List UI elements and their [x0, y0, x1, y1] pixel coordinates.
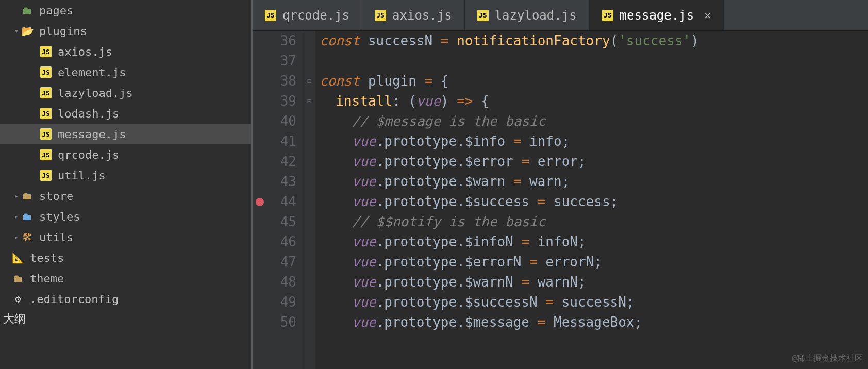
- tree-item-element-js[interactable]: JSelement.js: [0, 62, 252, 82]
- folder-icon: 🖿: [13, 272, 23, 284]
- watermark: @稀土掘金技术社区: [792, 353, 863, 364]
- tree-item-message-js[interactable]: JSmessage.js: [0, 124, 252, 144]
- tab-lazyload-js[interactable]: JSlazyload.js: [465, 0, 590, 30]
- folder-icon: 📐: [12, 251, 25, 264]
- tree-item-label: pages: [39, 4, 73, 17]
- editor-tabs: JSqrcode.jsJSaxios.jsJSlazyload.jsJSmess…: [253, 0, 868, 31]
- tree-item-label: .editorconfig: [30, 293, 119, 306]
- tree-item-label: plugins: [39, 25, 87, 38]
- code-editor[interactable]: 363738394041424344454647484950 ⊟⊟ const …: [253, 31, 868, 369]
- js-file-icon: JS: [40, 46, 52, 57]
- tab-label: axios.js: [392, 8, 452, 23]
- tree-item-tests[interactable]: 📐tests: [0, 247, 252, 268]
- js-file-icon: JS: [40, 128, 52, 140]
- folder-open-icon: 📂: [21, 25, 34, 37]
- tree-item-label: utils: [39, 231, 73, 244]
- chevron-right-icon[interactable]: ▸: [12, 233, 21, 241]
- tree-item-theme[interactable]: 🖿theme: [0, 268, 252, 289]
- folder-icon: 🛠: [22, 231, 32, 243]
- js-file-icon: JS: [40, 66, 52, 78]
- tab-message-js[interactable]: JSmessage.js×: [590, 0, 724, 30]
- tree-item-styles[interactable]: ▸🖿styles: [0, 206, 252, 227]
- config-icon: ⚙: [15, 293, 21, 305]
- tree-item-util-js[interactable]: JSutil.js: [0, 165, 252, 186]
- tab-label: lazyload.js: [495, 8, 577, 23]
- js-file-icon: JS: [40, 87, 52, 98]
- tree-item-lodash-js[interactable]: JSlodash.js: [0, 103, 252, 124]
- line-gutter[interactable]: 363738394041424344454647484950: [267, 31, 303, 369]
- tree-item-axios-js[interactable]: JSaxios.js: [0, 41, 252, 62]
- file-explorer: 🖿pages▾📂pluginsJSaxios.jsJSelement.jsJSl…: [0, 0, 253, 369]
- tree-item-qrcode-js[interactable]: JSqrcode.js: [0, 144, 252, 165]
- outline-label[interactable]: 大纲: [0, 309, 252, 329]
- js-file-icon: JS: [477, 10, 489, 21]
- editor-area: JSqrcode.jsJSaxios.jsJSlazyload.jsJSmess…: [253, 0, 868, 369]
- close-icon[interactable]: ×: [704, 9, 711, 22]
- js-file-icon: JS: [40, 108, 52, 119]
- tab-qrcode-js[interactable]: JSqrcode.js: [253, 0, 362, 30]
- folder-icon: 🖿: [22, 190, 32, 202]
- breakpoint-icon[interactable]: [256, 198, 264, 206]
- js-file-icon: JS: [265, 10, 276, 21]
- chevron-right-icon[interactable]: ▸: [12, 192, 21, 200]
- js-file-icon: JS: [40, 170, 52, 181]
- folder-icon: 🖿: [22, 4, 32, 16]
- tab-label: qrcode.js: [282, 8, 349, 23]
- pane-splitter[interactable]: [251, 0, 253, 369]
- code-body[interactable]: const successN = notificationFactory('su…: [315, 31, 868, 369]
- js-file-icon: JS: [602, 10, 613, 21]
- tree-item-label: styles: [39, 210, 80, 223]
- tree-item-label: qrcode.js: [58, 148, 119, 161]
- tree-item-label: axios.js: [58, 45, 112, 58]
- chevron-right-icon[interactable]: ▸: [12, 212, 21, 221]
- tree-item-label: util.js: [58, 169, 106, 182]
- tree-item-label: store: [39, 190, 73, 203]
- tree-item--editorconfig[interactable]: ⚙.editorconfig: [0, 289, 252, 309]
- tree-item-plugins[interactable]: ▾📂plugins: [0, 21, 252, 41]
- tree-item-store[interactable]: ▸🖿store: [0, 186, 252, 206]
- js-file-icon: JS: [40, 149, 52, 160]
- tree-item-label: lodash.js: [58, 107, 119, 120]
- folder-icon: 🖿: [22, 210, 32, 223]
- tree-item-label: lazyload.js: [58, 87, 133, 99]
- fold-gutter[interactable]: ⊟⊟: [303, 31, 315, 369]
- tree-item-label: theme: [30, 272, 64, 285]
- tree-item-utils[interactable]: ▸🛠utils: [0, 227, 252, 247]
- tab-axios-js[interactable]: JSaxios.js: [362, 0, 465, 30]
- chevron-down-icon[interactable]: ▾: [12, 27, 21, 35]
- tree-item-pages[interactable]: 🖿pages: [0, 0, 252, 21]
- tab-label: message.js: [620, 8, 694, 23]
- tree-item-lazyload-js[interactable]: JSlazyload.js: [0, 82, 252, 103]
- tree-item-label: element.js: [58, 66, 126, 79]
- js-file-icon: JS: [375, 10, 386, 21]
- tree-item-label: message.js: [58, 128, 126, 141]
- tree-item-label: tests: [30, 251, 64, 264]
